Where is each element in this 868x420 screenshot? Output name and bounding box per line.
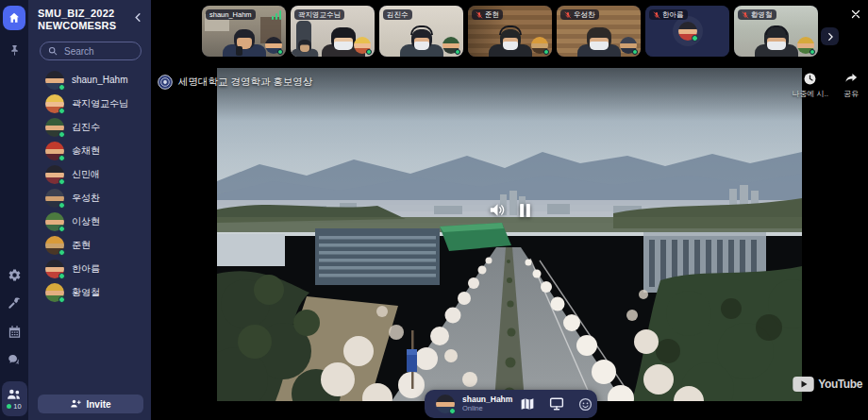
member-row[interactable]: 준현 xyxy=(45,233,151,257)
search-icon xyxy=(48,46,58,56)
member-name: 신민애 xyxy=(72,168,100,181)
member-row[interactable]: shaun_Hahm xyxy=(45,68,151,92)
video-tile-camera-off[interactable]: 한아름 xyxy=(645,6,729,57)
mic-off-icon xyxy=(742,11,749,19)
member-row[interactable]: 곽지영교수님 xyxy=(45,92,151,115)
video-tile[interactable]: 황영철 xyxy=(734,6,818,57)
app-window: 10 SMU_BIZ_2022 NEWCOMESRS shaun_Hahm 곽지… xyxy=(0,0,868,420)
stage: shaun_Hahm 곽지영교수님 김진수 xyxy=(151,0,868,420)
search-input[interactable] xyxy=(62,45,133,58)
online-status-dot xyxy=(810,49,815,55)
watch-later-button[interactable]: 나중에 시.. xyxy=(792,72,828,99)
member-name: shaun_Hahm xyxy=(72,75,127,85)
member-row[interactable]: 송채현 xyxy=(45,139,151,162)
youtube-logo[interactable]: YouTube xyxy=(793,377,862,392)
collapse-panel-button[interactable] xyxy=(133,9,143,26)
participants-icon xyxy=(7,388,22,401)
space-title: SMU_BIZ_2022 NEWCOMESRS xyxy=(38,8,116,32)
online-status-dot xyxy=(277,49,283,55)
mic-off-icon xyxy=(653,11,660,19)
invite-button[interactable]: Invite xyxy=(38,395,143,413)
tile-name-pill: 우성찬 xyxy=(560,9,599,20)
video-tile[interactable]: 우성찬 xyxy=(557,6,641,57)
camera-off-avatar-ring xyxy=(673,16,703,46)
member-avatar xyxy=(45,260,64,278)
video-title[interactable]: 세명대학교 경영학과 홍보영상 xyxy=(178,76,312,89)
home-button[interactable] xyxy=(3,6,25,30)
member-row[interactable]: 신민애 xyxy=(45,162,151,186)
headphones xyxy=(765,25,788,35)
emote-smiley-icon[interactable] xyxy=(578,397,593,412)
thumbnails-next-button[interactable] xyxy=(821,27,839,45)
tile-avatar xyxy=(797,37,814,54)
calendar-icon[interactable] xyxy=(8,325,22,339)
clock-icon xyxy=(803,72,817,86)
tile-name: 황영철 xyxy=(751,11,773,19)
space-title-line1: SMU_BIZ_2022 xyxy=(38,8,116,20)
member-avatar xyxy=(45,165,64,184)
pause-icon[interactable] xyxy=(519,203,531,218)
tile-name-pill: 곽지영교수님 xyxy=(294,9,344,20)
youtube-video-player[interactable] xyxy=(217,68,802,401)
headphones xyxy=(499,25,522,35)
member-name: 준현 xyxy=(72,239,91,252)
video-tile[interactable]: 준현 xyxy=(468,6,552,57)
participant-count: 10 xyxy=(7,402,21,411)
participant-count-label: 10 xyxy=(13,402,21,411)
bottom-bar-icons xyxy=(520,397,593,412)
online-status-dot xyxy=(58,202,65,209)
member-name: 우성찬 xyxy=(72,192,100,205)
tile-avatar xyxy=(678,22,697,41)
home-icon xyxy=(8,11,21,25)
tile-name: shaun_Hahm xyxy=(209,11,252,19)
screen-share-icon[interactable] xyxy=(549,397,564,411)
panel-header: SMU_BIZ_2022 NEWCOMESRS xyxy=(28,0,151,32)
online-status-dot xyxy=(58,296,65,303)
member-row[interactable]: 우성찬 xyxy=(45,186,151,210)
member-avatar xyxy=(45,236,64,255)
online-status-dot xyxy=(692,35,698,42)
mic-off-icon xyxy=(476,11,483,19)
member-row[interactable]: 황영철 xyxy=(45,280,151,304)
left-rail: 10 xyxy=(0,0,28,420)
minimap-icon[interactable] xyxy=(520,397,535,411)
pin-button[interactable] xyxy=(8,43,21,60)
tile-name: 김진수 xyxy=(387,11,409,19)
settings-gear-icon[interactable] xyxy=(8,268,22,282)
member-avatar xyxy=(45,142,64,160)
self-avatar[interactable] xyxy=(436,395,455,413)
members-panel: SMU_BIZ_2022 NEWCOMESRS shaun_Hahm 곽지영교수… xyxy=(28,0,151,420)
build-hammer-icon[interactable] xyxy=(8,296,22,311)
chat-icon[interactable] xyxy=(8,353,22,367)
self-identity[interactable]: shaun_Hahm Online xyxy=(462,395,512,412)
volume-icon[interactable] xyxy=(489,202,507,218)
member-row[interactable]: 한아름 xyxy=(45,257,151,280)
member-name: 곽지영교수님 xyxy=(72,97,128,110)
tile-name-pill: 황영철 xyxy=(738,9,776,20)
tile-name-pill: 한아름 xyxy=(649,9,688,20)
member-name: 한아름 xyxy=(72,262,100,276)
mic-off-icon xyxy=(564,11,572,19)
search-box[interactable] xyxy=(40,42,142,60)
member-row[interactable]: 이상현 xyxy=(45,210,151,233)
member-row[interactable]: 김진수 xyxy=(45,115,151,139)
video-tile[interactable]: 김진수 xyxy=(379,6,463,57)
tile-avatar xyxy=(620,37,637,54)
participants-button[interactable]: 10 xyxy=(2,381,27,416)
video-tile[interactable]: shaun_Hahm xyxy=(202,6,286,57)
video-tile[interactable]: 곽지영교수님 xyxy=(291,6,375,57)
person-silhouette xyxy=(486,25,535,57)
person-silhouette xyxy=(575,25,624,57)
bottom-control-bar: shaun_Hahm Online xyxy=(425,390,597,418)
share-button[interactable]: 공유 xyxy=(843,72,859,99)
member-avatar xyxy=(45,71,64,90)
online-status-dot xyxy=(58,155,65,161)
space-title-line2: NEWCOMESRS xyxy=(38,20,116,32)
video-center-controls xyxy=(489,202,531,218)
member-avatar xyxy=(45,283,64,302)
close-video-button[interactable] xyxy=(848,7,863,22)
online-status-dot xyxy=(58,226,65,232)
member-name: 송채현 xyxy=(72,144,100,158)
tile-name-pill: 준현 xyxy=(472,9,503,20)
invite-label: Invite xyxy=(86,399,110,410)
